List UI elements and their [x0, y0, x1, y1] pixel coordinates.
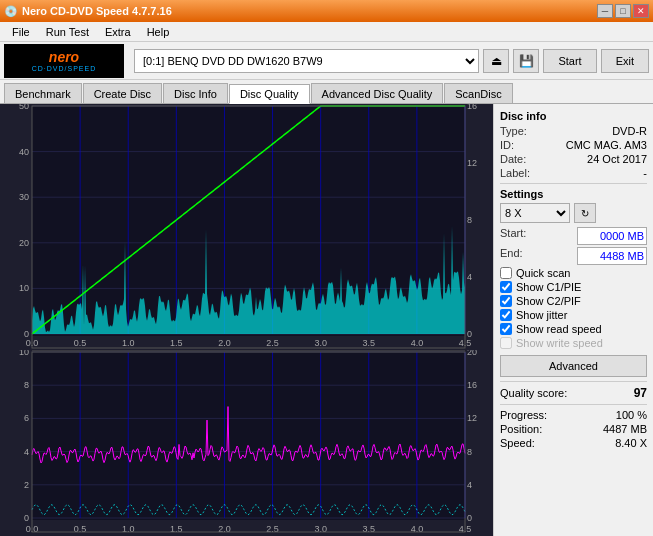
- progress-value: 100 %: [616, 409, 647, 421]
- drive-select[interactable]: [0:1] BENQ DVD DD DW1620 B7W9: [134, 49, 479, 73]
- quality-score-value: 97: [634, 386, 647, 400]
- title-bar: 💿 Nero CD-DVD Speed 4.7.7.16 ─ □ ✕: [0, 0, 653, 22]
- menu-file[interactable]: File: [4, 24, 38, 40]
- progress-row: Progress: 100 %: [500, 409, 647, 421]
- show-c1-label: Show C1/PIE: [516, 281, 581, 293]
- disc-label-value: -: [643, 167, 647, 179]
- tab-create-disc[interactable]: Create Disc: [83, 83, 162, 103]
- speed-label: Speed:: [500, 437, 535, 449]
- disc-id-row: ID: CMC MAG. AM3: [500, 139, 647, 151]
- start-mb-label: Start:: [500, 227, 526, 245]
- disc-info-title: Disc info: [500, 110, 647, 122]
- show-c2-checkbox[interactable]: [500, 295, 512, 307]
- position-value: 4487 MB: [603, 423, 647, 435]
- speed-row-progress: Speed: 8.40 X: [500, 437, 647, 449]
- menu-run-test[interactable]: Run Test: [38, 24, 97, 40]
- end-mb-label: End:: [500, 247, 523, 265]
- disc-id-value: CMC MAG. AM3: [566, 139, 647, 151]
- start-mb-input[interactable]: [577, 227, 647, 245]
- end-mb-row: End:: [500, 247, 647, 265]
- tab-disc-info[interactable]: Disc Info: [163, 83, 228, 103]
- quick-scan-checkbox[interactable]: [500, 267, 512, 279]
- show-write-speed-checkbox: [500, 337, 512, 349]
- main-chart-canvas: [0, 104, 493, 536]
- advanced-button[interactable]: Advanced: [500, 355, 647, 377]
- show-read-speed-row: Show read speed: [500, 323, 647, 335]
- tab-benchmark[interactable]: Benchmark: [4, 83, 82, 103]
- speed-value: 8.40 X: [615, 437, 647, 449]
- maximize-button[interactable]: □: [615, 4, 631, 18]
- show-write-speed-row: Show write speed: [500, 337, 647, 349]
- start-button[interactable]: Start: [543, 49, 596, 73]
- show-c1-checkbox[interactable]: [500, 281, 512, 293]
- show-c1-row: Show C1/PIE: [500, 281, 647, 293]
- main-content: Disc info Type: DVD-R ID: CMC MAG. AM3 D…: [0, 104, 653, 536]
- tab-disc-quality[interactable]: Disc Quality: [229, 84, 310, 104]
- chart-area: [0, 104, 493, 536]
- settings-refresh-button[interactable]: ↻: [574, 203, 596, 223]
- settings-title: Settings: [500, 188, 647, 200]
- disc-type-row: Type: DVD-R: [500, 125, 647, 137]
- menu-help[interactable]: Help: [139, 24, 178, 40]
- position-row: Position: 4487 MB: [500, 423, 647, 435]
- app-title: Nero CD-DVD Speed 4.7.7.16: [22, 5, 172, 17]
- show-jitter-label: Show jitter: [516, 309, 567, 321]
- save-icon-button[interactable]: 💾: [513, 49, 539, 73]
- disc-date-value: 24 Oct 2017: [587, 153, 647, 165]
- disc-type-label: Type:: [500, 125, 527, 137]
- speed-select[interactable]: 8 X: [500, 203, 570, 223]
- progress-label: Progress:: [500, 409, 547, 421]
- show-read-speed-label: Show read speed: [516, 323, 602, 335]
- disc-label-label: Label:: [500, 167, 530, 179]
- window-controls: ─ □ ✕: [597, 4, 649, 18]
- menu-bar: File Run Test Extra Help: [0, 22, 653, 42]
- quality-score-label: Quality score:: [500, 387, 567, 399]
- divider-1: [500, 183, 647, 184]
- start-mb-row: Start:: [500, 227, 647, 245]
- menu-extra[interactable]: Extra: [97, 24, 139, 40]
- minimize-button[interactable]: ─: [597, 4, 613, 18]
- tab-scandisc[interactable]: ScanDisc: [444, 83, 512, 103]
- end-mb-input[interactable]: [577, 247, 647, 265]
- show-c2-row: Show C2/PIF: [500, 295, 647, 307]
- show-jitter-row: Show jitter: [500, 309, 647, 321]
- show-jitter-checkbox[interactable]: [500, 309, 512, 321]
- disc-id-label: ID:: [500, 139, 514, 151]
- exit-button[interactable]: Exit: [601, 49, 649, 73]
- progress-section: Progress: 100 % Position: 4487 MB Speed:…: [500, 409, 647, 449]
- info-panel: Disc info Type: DVD-R ID: CMC MAG. AM3 D…: [493, 104, 653, 536]
- divider-2: [500, 381, 647, 382]
- speed-row: 8 X ↻: [500, 203, 647, 223]
- disc-label-row: Label: -: [500, 167, 647, 179]
- disc-type-value: DVD-R: [612, 125, 647, 137]
- show-write-speed-label: Show write speed: [516, 337, 603, 349]
- divider-3: [500, 404, 647, 405]
- toolbar: nero CD·DVD/SPEED [0:1] BENQ DVD DD DW16…: [0, 42, 653, 80]
- eject-icon-button[interactable]: ⏏: [483, 49, 509, 73]
- tab-advanced-disc-quality[interactable]: Advanced Disc Quality: [311, 83, 444, 103]
- quick-scan-row: Quick scan: [500, 267, 647, 279]
- position-label: Position:: [500, 423, 542, 435]
- quality-score-row: Quality score: 97: [500, 386, 647, 400]
- show-c2-label: Show C2/PIF: [516, 295, 581, 307]
- app-icon: 💿: [4, 5, 18, 18]
- close-button[interactable]: ✕: [633, 4, 649, 18]
- disc-date-row: Date: 24 Oct 2017: [500, 153, 647, 165]
- quick-scan-label: Quick scan: [516, 267, 570, 279]
- disc-date-label: Date:: [500, 153, 526, 165]
- show-read-speed-checkbox[interactable]: [500, 323, 512, 335]
- logo: nero CD·DVD/SPEED: [4, 44, 124, 78]
- tab-bar: Benchmark Create Disc Disc Info Disc Qua…: [0, 80, 653, 104]
